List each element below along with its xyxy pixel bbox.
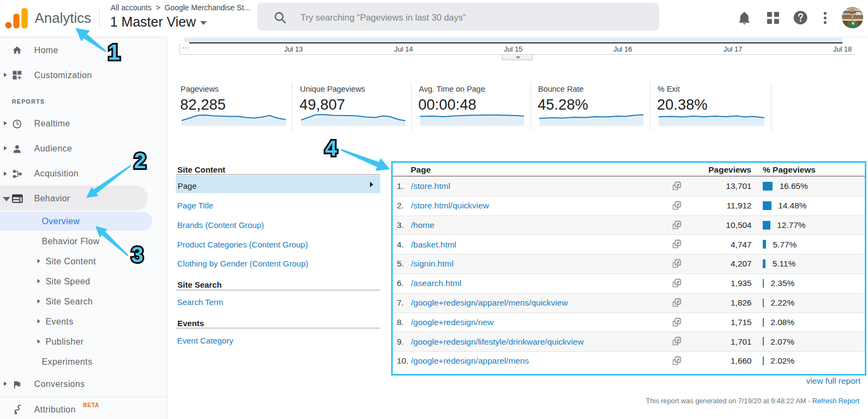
- svg-text:3: 3: [131, 243, 143, 266]
- svg-text:2: 2: [134, 149, 146, 173]
- svg-text:4: 4: [325, 136, 337, 160]
- svg-text:1: 1: [108, 40, 120, 64]
